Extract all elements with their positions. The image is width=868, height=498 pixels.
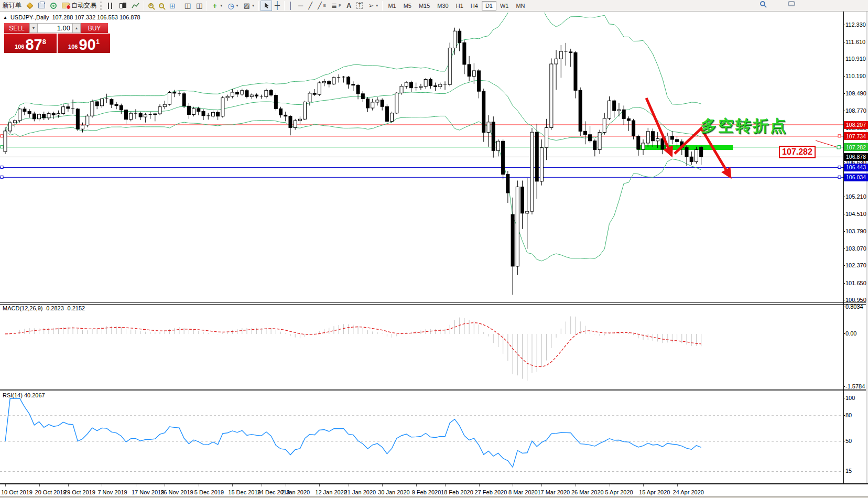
gold-symbol-button[interactable]	[24, 1, 36, 11]
toolbar-chat[interactable]	[788, 1, 795, 6]
bollinger-upper	[5, 13, 701, 131]
bar-chart-button[interactable]	[104, 1, 116, 11]
candle	[521, 187, 524, 213]
line-handle[interactable]	[1, 146, 3, 148]
candle	[463, 42, 466, 64]
price-tick-102.370: 102.370	[845, 262, 866, 268]
profile-right-button[interactable]: ◫	[193, 1, 205, 11]
fibonacci-tool-button[interactable]: ≣F	[329, 1, 344, 11]
timeframe-w1[interactable]: W1	[496, 1, 513, 10]
macd-tick--1.5784: -1.5784	[845, 383, 865, 389]
panel-separator[interactable]	[0, 389, 868, 391]
timeframe-d1[interactable]: D1	[482, 1, 496, 10]
crosshair-tool-button[interactable]: ┼	[272, 1, 283, 11]
candle	[265, 90, 268, 96]
line-chart-button[interactable]	[129, 1, 142, 11]
periods-button[interactable]: ◷▾	[225, 1, 241, 11]
mt4-window: 新订单 自动交易 ⊞ ◫ ◫ ＋▾ ◷▾ ▨▾ ┼ │ ─ ╱	[0, 0, 868, 498]
candle	[385, 106, 388, 121]
timeframe-m5[interactable]: M5	[400, 1, 415, 10]
timeframe-m1[interactable]: M1	[384, 1, 399, 10]
candle	[478, 71, 481, 91]
timeframe-m15[interactable]: M15	[415, 1, 433, 10]
line-handle[interactable]	[838, 166, 841, 168]
hline-tool-button[interactable]: ─	[296, 1, 306, 11]
turning-point-annotation[interactable]: 多空转折点	[701, 115, 787, 137]
line-handle[interactable]	[1, 176, 3, 178]
candle	[158, 107, 161, 114]
price-tick-100.950: 100.950	[845, 297, 866, 303]
date-tick	[382, 484, 383, 486]
candle	[231, 92, 234, 96]
channel-icon: ╱	[318, 2, 322, 9]
add-indicator-button[interactable]: ＋▾	[209, 1, 225, 11]
text-tool-button[interactable]: A	[344, 1, 354, 11]
signals-button[interactable]	[48, 1, 59, 11]
line-handle[interactable]	[1, 135, 3, 137]
candle-chart-button[interactable]	[116, 1, 129, 11]
candle	[28, 111, 31, 114]
arrows-tool-button[interactable]: ➢▾	[365, 1, 381, 11]
support-price-tag[interactable]: 107.282	[779, 146, 816, 158]
candle	[255, 95, 258, 96]
chat-icon	[788, 1, 795, 6]
vline-tool-button[interactable]: │	[286, 1, 296, 11]
date-axis[interactable]: 10 Oct 201920 Oct 201929 Oct 20197 Nov 2…	[0, 483, 868, 496]
toolbar-separator	[180, 1, 180, 10]
candle	[487, 122, 490, 133]
zoom-out-button[interactable]	[156, 1, 167, 11]
tag-handle[interactable]	[837, 146, 840, 149]
trendline-tool-button[interactable]: ╱	[306, 1, 315, 11]
print-button[interactable]	[36, 1, 48, 11]
candle	[192, 109, 196, 115]
timeframe-h1[interactable]: H1	[452, 1, 467, 10]
line-handle[interactable]	[838, 176, 841, 178]
autotrade-label: 自动交易	[71, 1, 96, 10]
candle	[125, 110, 128, 120]
zoom-in-icon	[148, 3, 154, 8]
date-tick	[677, 484, 678, 486]
autotrade-button[interactable]: 自动交易	[59, 1, 99, 11]
candle	[376, 100, 379, 102]
candle	[216, 112, 220, 116]
line-handle[interactable]	[838, 135, 841, 137]
tile-windows-button[interactable]: ⊞	[167, 1, 178, 11]
timeframe-mn[interactable]: MN	[512, 1, 528, 10]
candle	[18, 109, 21, 121]
profile-left-button[interactable]: ◫	[182, 1, 193, 11]
rsi-tick-100: 100	[845, 395, 855, 401]
date-label: 18 Feb 2020	[441, 489, 473, 495]
candle	[526, 211, 529, 213]
candle	[23, 109, 26, 112]
vertical-line-icon: │	[289, 2, 293, 9]
date-label: 17 Mar 2020	[537, 489, 570, 495]
panel-separator[interactable]	[0, 302, 868, 305]
price-badge-106.443: 106.443	[844, 164, 868, 171]
toolbar-separator	[144, 1, 144, 10]
date-label: 27 Feb 2020	[475, 489, 507, 495]
crosshair-icon: ┼	[275, 2, 280, 9]
candle	[361, 94, 364, 99]
candle	[424, 80, 427, 86]
support-zone-band[interactable]	[637, 145, 733, 150]
templates-button[interactable]: ▨▾	[241, 1, 257, 11]
toolbar-separator	[382, 1, 383, 10]
date-label: 5 Apr 2020	[605, 489, 633, 495]
macd-tick-0.00: 0.00	[845, 330, 856, 337]
label-tool-button[interactable]: T	[354, 1, 365, 11]
price-badge-107.734: 107.734	[844, 132, 868, 140]
date-tick	[102, 484, 102, 486]
cursor-tool-button[interactable]	[261, 1, 272, 11]
new-order-button[interactable]: 新订单	[0, 1, 24, 11]
timeframe-h4[interactable]: H4	[467, 1, 482, 10]
toolbar-search[interactable]	[760, 1, 765, 6]
date-tick	[5, 484, 6, 486]
zoom-in-button[interactable]	[146, 1, 156, 11]
candle	[38, 114, 41, 119]
candle	[603, 118, 606, 133]
candle	[269, 90, 273, 95]
line-handle[interactable]	[1, 166, 3, 168]
candle	[458, 31, 461, 42]
channel-tool-button[interactable]: ╱E	[315, 1, 329, 11]
timeframe-m30[interactable]: M30	[433, 1, 452, 10]
